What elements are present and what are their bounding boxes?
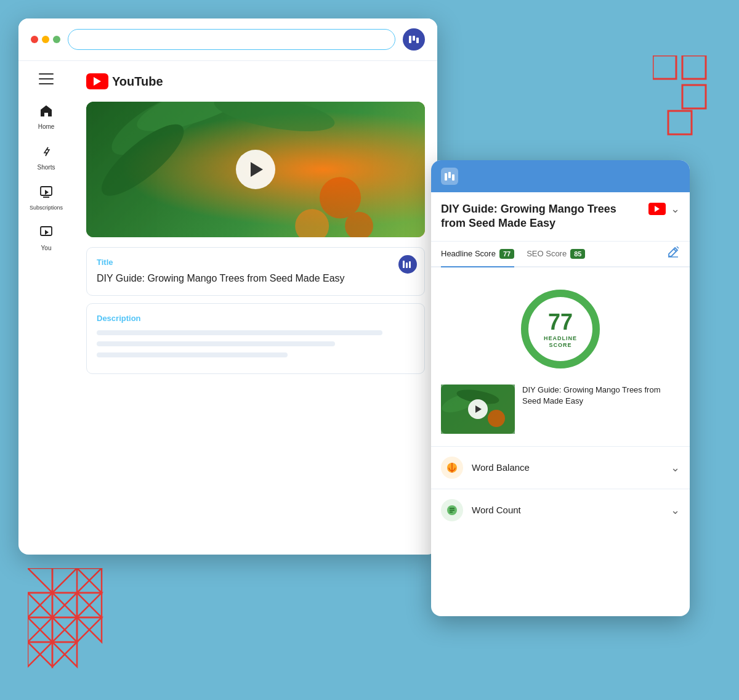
tab-seo-score[interactable]: SEO Score 85: [527, 242, 585, 266]
edit-icon[interactable]: [666, 245, 680, 262]
browser-dot-green[interactable]: [53, 36, 60, 43]
word-count-icon: [441, 499, 463, 521]
home-icon: [39, 104, 53, 121]
browser-dot-yellow[interactable]: [42, 36, 49, 43]
svg-rect-24: [409, 36, 411, 43]
svg-rect-26: [416, 38, 419, 43]
score-circle: 77 HEADLINE SCORE: [517, 286, 604, 372]
svg-rect-1: [682, 55, 706, 79]
word-balance-label: Word Balance: [472, 462, 671, 473]
metric-row-word-count[interactable]: Word Count ⌄: [431, 489, 690, 531]
seo-score-badge: 85: [570, 249, 585, 259]
word-count-chevron: ⌄: [671, 503, 680, 517]
play-button[interactable]: [236, 150, 275, 189]
title-card-text: DIY Guide: Growing Mango Trees from Seed…: [97, 272, 414, 285]
score-panel-header: [431, 160, 690, 192]
score-number: 77: [548, 309, 573, 335]
headline-score-tab-label: Headline Score: [441, 249, 496, 258]
panel-video-title: DIY Guide: Growing Mango Trees from Seed…: [522, 385, 680, 407]
sidebar-item-subscriptions[interactable]: Subscriptions: [22, 181, 71, 216]
you-icon: [39, 226, 53, 242]
svg-point-34: [320, 177, 361, 218]
youtube-logo: YouTube: [86, 73, 425, 89]
desc-line-1: [97, 330, 382, 335]
shorts-icon: [39, 145, 53, 161]
title-card-badge[interactable]: [398, 255, 417, 274]
svg-rect-39: [409, 261, 411, 268]
svg-point-47: [488, 410, 505, 427]
desc-line-3: [97, 352, 288, 357]
browser-url-bar[interactable]: [68, 29, 395, 50]
seo-score-tab-label: SEO Score: [527, 249, 567, 258]
score-panel-title-right: ⌄: [648, 202, 680, 216]
svg-marker-4: [28, 568, 52, 593]
sidebar-item-you[interactable]: You: [22, 221, 71, 256]
sidebar-label-you: You: [41, 245, 52, 251]
svg-rect-41: [448, 172, 451, 178]
title-card: Title DIY Guide: Growing Mango Trees fro…: [86, 247, 425, 296]
score-panel-title-text: DIY Guide: Growing Mango Trees from Seed…: [441, 202, 641, 231]
chevron-down-icon[interactable]: ⌄: [671, 202, 680, 216]
subscriptions-icon: [39, 185, 53, 202]
score-panel: DIY Guide: Growing Mango Trees from Seed…: [431, 160, 690, 616]
video-thumbnail[interactable]: [86, 102, 425, 237]
hamburger-line-1: [39, 73, 54, 75]
score-circle-area: 77 HEADLINE SCORE: [431, 267, 690, 385]
browser-avatar[interactable]: [403, 28, 425, 51]
browser-toolbar: [18, 18, 437, 61]
youtube-main: YouTube Title DIY: [74, 61, 437, 555]
svg-rect-37: [403, 261, 405, 268]
svg-rect-25: [413, 36, 415, 41]
hamburger-line-2: [39, 78, 54, 79]
title-card-label: Title: [97, 258, 414, 267]
hamburger-line-3: [39, 83, 54, 84]
panel-thumb: [441, 385, 515, 434]
score-sublabel: HEADLINE SCORE: [544, 335, 577, 349]
score-circle-inner: 77 HEADLINE SCORE: [517, 286, 604, 372]
browser-traffic-lights: [31, 36, 60, 43]
word-count-label: Word Count: [472, 505, 671, 515]
svg-rect-0: [653, 55, 676, 79]
svg-point-35: [295, 209, 329, 237]
youtube-sidebar: Home Shorts Subscripti: [18, 61, 74, 555]
youtube-logo-text: YouTube: [112, 75, 163, 89]
youtube-content: Home Shorts Subscripti: [18, 61, 437, 555]
svg-rect-3: [668, 111, 692, 134]
metric-row-word-balance[interactable]: Word Balance ⌄: [431, 446, 690, 489]
youtube-logo-icon: [86, 73, 108, 89]
hamburger-menu[interactable]: [39, 73, 54, 84]
word-balance-chevron: ⌄: [671, 461, 680, 474]
score-panel-logo: [441, 168, 458, 185]
panel-thumb-play[interactable]: [468, 399, 488, 419]
svg-rect-2: [682, 85, 706, 108]
tab-headline-score[interactable]: Headline Score 77: [441, 242, 514, 267]
score-tabs: Headline Score 77 SEO Score 85: [431, 242, 690, 267]
svg-rect-42: [452, 174, 454, 181]
sidebar-item-home[interactable]: Home: [22, 99, 71, 135]
description-card: Description: [86, 303, 425, 374]
svg-point-32: [212, 102, 337, 139]
svg-rect-40: [445, 173, 447, 181]
headline-score-badge: 77: [499, 249, 514, 259]
browser-dot-red[interactable]: [31, 36, 38, 43]
svg-marker-5: [52, 568, 77, 593]
sidebar-item-shorts[interactable]: Shorts: [22, 140, 71, 176]
decorative-squares-top: [653, 55, 724, 138]
word-balance-icon: [441, 457, 463, 479]
sidebar-label-home: Home: [38, 123, 55, 130]
sidebar-label-subscriptions: Subscriptions: [30, 205, 63, 211]
desc-line-2: [97, 341, 335, 346]
score-panel-title-area: DIY Guide: Growing Mango Trees from Seed…: [431, 192, 690, 242]
description-card-label: Description: [97, 314, 414, 323]
panel-video-preview: DIY Guide: Growing Mango Trees from Seed…: [431, 385, 690, 446]
panel-youtube-icon: [648, 203, 666, 215]
decorative-triangles-bottom: [28, 568, 123, 672]
svg-rect-38: [406, 262, 408, 268]
browser-window: Home Shorts Subscripti: [18, 18, 437, 555]
sidebar-label-shorts: Shorts: [38, 164, 55, 171]
